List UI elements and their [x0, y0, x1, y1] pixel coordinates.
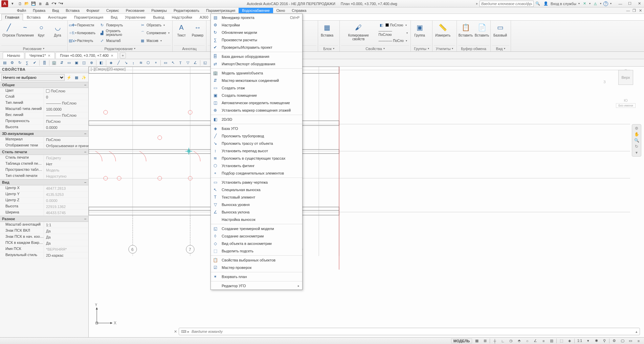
property-row[interactable]: ПСК в каждом Вэкр…Да [0, 240, 88, 246]
status-scale[interactable]: 1:1 [576, 339, 583, 343]
ribbon-button[interactable]: ⤢Масштаб [98, 37, 137, 44]
menu-item[interactable]: ▽Выноска уровня [211, 201, 302, 208]
property-row[interactable]: Высота22919.1362 [0, 204, 88, 210]
close-tab-icon[interactable]: ✕ [48, 54, 50, 58]
qat-open-icon[interactable]: 📂 [24, 1, 30, 7]
tb-icon[interactable]: ↕ [130, 60, 137, 66]
ribbon-tab[interactable]: Управление [121, 14, 149, 20]
status-monitor-icon[interactable]: 🖵 [619, 338, 626, 344]
tb-icon[interactable]: ≋ [137, 60, 144, 66]
property-row[interactable]: Масштаб аннотаций1:1 [0, 222, 88, 228]
property-row[interactable]: Слой0 [0, 94, 88, 100]
viewcube-w[interactable]: З [603, 80, 606, 84]
nav-bar[interactable]: ⊚ ✋ 🔍 ↻ ▾ [632, 124, 641, 157]
menu-item[interactable]: ◊Создание аксонометрии [211, 232, 302, 240]
tb-icon[interactable]: ↻ [16, 60, 23, 66]
ribbon-button[interactable]: ↻Повернуть [98, 21, 137, 29]
ribbon-tab[interactable]: Аннотации [44, 14, 70, 20]
menu-формат[interactable]: Формат [83, 8, 103, 13]
ribbon-button[interactable]: ▦Массив▾ [138, 37, 171, 44]
menu-item[interactable]: ⬡Установить фитинг [211, 162, 302, 169]
menu-item[interactable]: ↘Проложить трассу от объекта [211, 140, 302, 147]
mdi-close-icon[interactable]: ✕ [637, 8, 643, 13]
menu-item[interactable]: ⇄Импорт/Экспорт оборудования [211, 60, 302, 68]
tb-icon[interactable]: ╱ [115, 60, 122, 66]
mdi-min-icon[interactable]: — [625, 8, 631, 13]
status-grid-icon[interactable]: ▦ [473, 338, 480, 344]
tb-icon[interactable]: ◱ [202, 60, 208, 66]
property-row[interactable]: Пространство табли…Модель [0, 167, 88, 173]
ribbon-button[interactable]: ↔Размер [190, 21, 205, 38]
nav-pan-icon[interactable]: ✋ [634, 132, 639, 137]
tb-icon[interactable]: ↖ [170, 60, 176, 66]
menu-item[interactable]: ✔Проверить/Исправить проект [211, 44, 302, 51]
menu-item[interactable]: ╱Проложить трубопровод [211, 132, 302, 140]
close-button[interactable]: ✕ [635, 0, 644, 7]
menu-item[interactable]: ☑Мастер проверок [211, 264, 302, 271]
file-tab[interactable]: Начало [3, 52, 24, 59]
app-menu-drop[interactable]: ▾ [9, 1, 16, 7]
tb-icon[interactable]: ✔ [31, 60, 38, 66]
viewcube[interactable]: С З Верх В Ю Без имени [612, 69, 640, 108]
tb-icon[interactable]: ⚙ [9, 60, 16, 66]
viewcube-s[interactable]: Ю [624, 98, 627, 102]
tb-icon[interactable]: ▽ [184, 60, 191, 66]
help-icon[interactable]: ? [603, 1, 608, 6]
menu-item[interactable]: ∑Произвести расчеты [211, 36, 302, 44]
ribbon-tab[interactable]: A360 [196, 14, 212, 20]
ribbon-button[interactable]: 📄Вставить [474, 21, 489, 38]
menu-редактировать[interactable]: Редактировать [170, 8, 203, 13]
ribbon-button[interactable]: ✥Перенести [69, 21, 97, 29]
user-icon[interactable]: 👤 [543, 1, 549, 6]
ribbon-tab[interactable]: Параметризация [70, 14, 107, 20]
tb-icon[interactable]: ∠ [192, 60, 199, 66]
qat-saveas-icon[interactable]: 🗎 [37, 1, 43, 7]
menu-item[interactable]: ⚙Настройки [211, 21, 302, 29]
property-category[interactable]: Разное– [0, 216, 88, 222]
collapse-icon[interactable]: – [84, 180, 86, 184]
status-iso-icon[interactable]: ⬘ [516, 338, 523, 344]
menu-item[interactable]: ↖Специальная выноска [211, 186, 302, 193]
ribbon-button[interactable]: ⇲Растянуть [69, 37, 97, 44]
tb-icon[interactable]: ◈ [108, 60, 114, 66]
selection-combo[interactable]: Ничего не выбрано [1, 74, 65, 81]
menu-item[interactable]: ∠Выноска уклона [211, 208, 302, 216]
qat-new-icon[interactable]: 🗋 [17, 1, 23, 7]
property-row[interactable]: Знак ПСК в нач. коо…Да [0, 234, 88, 240]
menu-item[interactable]: ⚬Подбор соединительных элементов [211, 169, 302, 177]
property-category[interactable]: Стиль печати– [0, 149, 88, 155]
ribbon-button[interactable]: 📋Вставить [458, 21, 473, 38]
menu-item[interactable]: ▭Создать этаж [211, 84, 302, 92]
tb-icon[interactable]: ▭ [162, 60, 169, 66]
tb-icon[interactable]: ▣ [73, 60, 80, 66]
quick-select-icon[interactable]: ⚡ [66, 74, 72, 81]
property-category[interactable]: Вид– [0, 179, 88, 185]
file-tab[interactable]: Чертеж1*✕ [25, 52, 55, 59]
lineweight-combo[interactable]: ———— ПоСлою▾ [377, 29, 409, 37]
collapse-icon[interactable]: – [84, 217, 86, 221]
status-trans-icon[interactable]: ▥ [548, 338, 555, 344]
ribbon-tab[interactable]: Вставка [23, 14, 44, 20]
menu-item[interactable]: ▭Установить рамку чертежа [211, 179, 302, 186]
menu-рисование[interactable]: Рисование [123, 8, 148, 13]
viewcube-label[interactable]: Без имени [616, 103, 636, 108]
qat-undo-icon[interactable]: ↶▾ [51, 1, 57, 7]
property-row[interactable]: МатериалПоСлою [0, 137, 88, 143]
ribbon-button[interactable]: ◡Дуга [50, 21, 65, 38]
property-row[interactable]: Ширина46433.5745 [0, 210, 88, 216]
property-row[interactable]: Стиль печатиПоЦвету [0, 155, 88, 161]
ribbon-button[interactable]: ○Круг [34, 21, 49, 38]
exchange-icon[interactable]: ✕ [582, 1, 587, 6]
property-row[interactable]: Центр Y4135.5253 [0, 191, 88, 198]
command-line[interactable]: ⌨ ▸ ▴ [179, 328, 640, 335]
status-polar-icon[interactable]: ◷ [508, 338, 514, 344]
status-ortho-icon[interactable]: ∟ [499, 338, 506, 344]
mdi-restore-icon[interactable]: ❐ [631, 8, 637, 13]
collapse-icon[interactable]: – [84, 83, 86, 87]
menu-вид[interactable]: Вид [49, 8, 62, 13]
qat-redo-icon[interactable]: ↷▾ [58, 1, 64, 7]
property-row[interactable]: Тип линий———— ПоСлою [0, 100, 88, 106]
property-category[interactable]: Общие– [0, 82, 88, 88]
menu-item[interactable]: ⇵Мастер межэтажных соединений [211, 77, 302, 84]
close-tab-icon[interactable]: ✕ [111, 54, 113, 58]
